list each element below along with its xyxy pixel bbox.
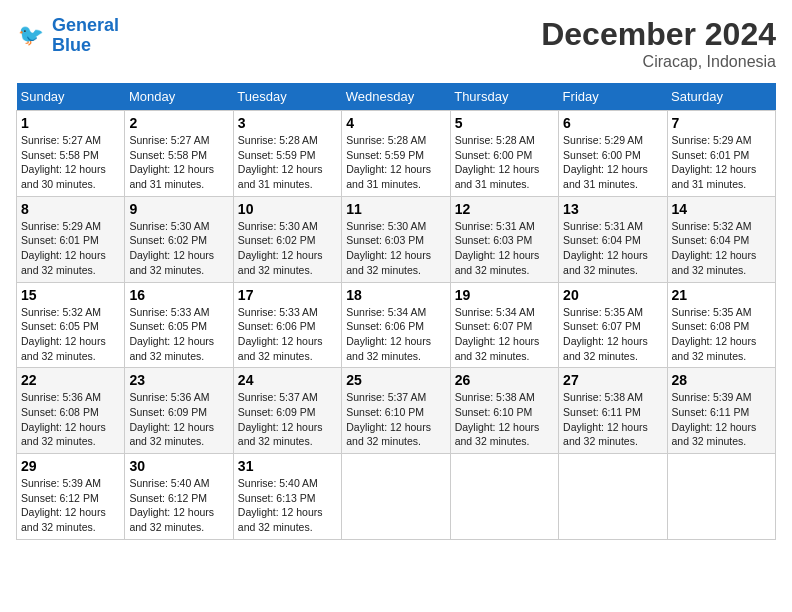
day-info: Sunrise: 5:27 AMSunset: 5:58 PMDaylight:…: [129, 133, 228, 192]
day-info: Sunrise: 5:39 AMSunset: 6:11 PMDaylight:…: [672, 390, 771, 449]
day-info: Sunrise: 5:32 AMSunset: 6:05 PMDaylight:…: [21, 305, 120, 364]
day-number: 5: [455, 115, 554, 131]
day-info: Sunrise: 5:29 AMSunset: 6:01 PMDaylight:…: [672, 133, 771, 192]
col-saturday: Saturday: [667, 83, 775, 111]
day-cell-24: 24Sunrise: 5:37 AMSunset: 6:09 PMDayligh…: [233, 368, 341, 454]
calendar-week-5: 29Sunrise: 5:39 AMSunset: 6:12 PMDayligh…: [17, 454, 776, 540]
day-number: 7: [672, 115, 771, 131]
day-info: Sunrise: 5:40 AMSunset: 6:12 PMDaylight:…: [129, 476, 228, 535]
empty-cell: [450, 454, 558, 540]
day-number: 1: [21, 115, 120, 131]
day-cell-14: 14Sunrise: 5:32 AMSunset: 6:04 PMDayligh…: [667, 196, 775, 282]
day-cell-4: 4Sunrise: 5:28 AMSunset: 5:59 PMDaylight…: [342, 111, 450, 197]
day-number: 10: [238, 201, 337, 217]
logo: 🐦 General Blue: [16, 16, 119, 56]
page-header: 🐦 General Blue December 2024 Ciracap, In…: [16, 16, 776, 71]
day-number: 30: [129, 458, 228, 474]
logo-text: General Blue: [52, 16, 119, 56]
calendar-week-4: 22Sunrise: 5:36 AMSunset: 6:08 PMDayligh…: [17, 368, 776, 454]
day-info: Sunrise: 5:28 AMSunset: 5:59 PMDaylight:…: [346, 133, 445, 192]
day-info: Sunrise: 5:31 AMSunset: 6:03 PMDaylight:…: [455, 219, 554, 278]
calendar-week-1: 1Sunrise: 5:27 AMSunset: 5:58 PMDaylight…: [17, 111, 776, 197]
day-number: 31: [238, 458, 337, 474]
day-info: Sunrise: 5:40 AMSunset: 6:13 PMDaylight:…: [238, 476, 337, 535]
empty-cell: [667, 454, 775, 540]
day-cell-25: 25Sunrise: 5:37 AMSunset: 6:10 PMDayligh…: [342, 368, 450, 454]
day-cell-18: 18Sunrise: 5:34 AMSunset: 6:06 PMDayligh…: [342, 282, 450, 368]
col-sunday: Sunday: [17, 83, 125, 111]
calendar-week-2: 8Sunrise: 5:29 AMSunset: 6:01 PMDaylight…: [17, 196, 776, 282]
day-cell-19: 19Sunrise: 5:34 AMSunset: 6:07 PMDayligh…: [450, 282, 558, 368]
page-subtitle: Ciracap, Indonesia: [541, 53, 776, 71]
day-cell-26: 26Sunrise: 5:38 AMSunset: 6:10 PMDayligh…: [450, 368, 558, 454]
page-title: December 2024: [541, 16, 776, 53]
day-cell-31: 31Sunrise: 5:40 AMSunset: 6:13 PMDayligh…: [233, 454, 341, 540]
day-number: 29: [21, 458, 120, 474]
day-cell-10: 10Sunrise: 5:30 AMSunset: 6:02 PMDayligh…: [233, 196, 341, 282]
day-number: 8: [21, 201, 120, 217]
day-number: 11: [346, 201, 445, 217]
day-number: 14: [672, 201, 771, 217]
day-info: Sunrise: 5:36 AMSunset: 6:09 PMDaylight:…: [129, 390, 228, 449]
day-cell-22: 22Sunrise: 5:36 AMSunset: 6:08 PMDayligh…: [17, 368, 125, 454]
header-row: Sunday Monday Tuesday Wednesday Thursday…: [17, 83, 776, 111]
day-number: 21: [672, 287, 771, 303]
day-number: 19: [455, 287, 554, 303]
day-cell-29: 29Sunrise: 5:39 AMSunset: 6:12 PMDayligh…: [17, 454, 125, 540]
day-number: 17: [238, 287, 337, 303]
day-cell-9: 9Sunrise: 5:30 AMSunset: 6:02 PMDaylight…: [125, 196, 233, 282]
day-info: Sunrise: 5:37 AMSunset: 6:10 PMDaylight:…: [346, 390, 445, 449]
day-info: Sunrise: 5:30 AMSunset: 6:02 PMDaylight:…: [129, 219, 228, 278]
day-number: 23: [129, 372, 228, 388]
day-info: Sunrise: 5:36 AMSunset: 6:08 PMDaylight:…: [21, 390, 120, 449]
day-info: Sunrise: 5:32 AMSunset: 6:04 PMDaylight:…: [672, 219, 771, 278]
day-info: Sunrise: 5:35 AMSunset: 6:07 PMDaylight:…: [563, 305, 662, 364]
col-tuesday: Tuesday: [233, 83, 341, 111]
col-monday: Monday: [125, 83, 233, 111]
day-cell-2: 2Sunrise: 5:27 AMSunset: 5:58 PMDaylight…: [125, 111, 233, 197]
day-cell-7: 7Sunrise: 5:29 AMSunset: 6:01 PMDaylight…: [667, 111, 775, 197]
col-friday: Friday: [559, 83, 667, 111]
day-cell-12: 12Sunrise: 5:31 AMSunset: 6:03 PMDayligh…: [450, 196, 558, 282]
day-number: 27: [563, 372, 662, 388]
day-number: 9: [129, 201, 228, 217]
day-cell-15: 15Sunrise: 5:32 AMSunset: 6:05 PMDayligh…: [17, 282, 125, 368]
day-cell-17: 17Sunrise: 5:33 AMSunset: 6:06 PMDayligh…: [233, 282, 341, 368]
day-cell-23: 23Sunrise: 5:36 AMSunset: 6:09 PMDayligh…: [125, 368, 233, 454]
day-info: Sunrise: 5:28 AMSunset: 6:00 PMDaylight:…: [455, 133, 554, 192]
day-info: Sunrise: 5:31 AMSunset: 6:04 PMDaylight:…: [563, 219, 662, 278]
day-info: Sunrise: 5:34 AMSunset: 6:06 PMDaylight:…: [346, 305, 445, 364]
day-cell-5: 5Sunrise: 5:28 AMSunset: 6:00 PMDaylight…: [450, 111, 558, 197]
day-cell-21: 21Sunrise: 5:35 AMSunset: 6:08 PMDayligh…: [667, 282, 775, 368]
col-thursday: Thursday: [450, 83, 558, 111]
day-number: 2: [129, 115, 228, 131]
day-number: 18: [346, 287, 445, 303]
day-cell-6: 6Sunrise: 5:29 AMSunset: 6:00 PMDaylight…: [559, 111, 667, 197]
day-info: Sunrise: 5:34 AMSunset: 6:07 PMDaylight:…: [455, 305, 554, 364]
day-info: Sunrise: 5:37 AMSunset: 6:09 PMDaylight:…: [238, 390, 337, 449]
day-number: 26: [455, 372, 554, 388]
calendar-week-3: 15Sunrise: 5:32 AMSunset: 6:05 PMDayligh…: [17, 282, 776, 368]
calendar-table: Sunday Monday Tuesday Wednesday Thursday…: [16, 83, 776, 540]
day-number: 3: [238, 115, 337, 131]
day-info: Sunrise: 5:35 AMSunset: 6:08 PMDaylight:…: [672, 305, 771, 364]
svg-text:🐦: 🐦: [18, 22, 44, 48]
day-info: Sunrise: 5:38 AMSunset: 6:11 PMDaylight:…: [563, 390, 662, 449]
day-number: 16: [129, 287, 228, 303]
day-cell-27: 27Sunrise: 5:38 AMSunset: 6:11 PMDayligh…: [559, 368, 667, 454]
day-info: Sunrise: 5:27 AMSunset: 5:58 PMDaylight:…: [21, 133, 120, 192]
day-number: 13: [563, 201, 662, 217]
day-number: 25: [346, 372, 445, 388]
day-number: 6: [563, 115, 662, 131]
day-cell-11: 11Sunrise: 5:30 AMSunset: 6:03 PMDayligh…: [342, 196, 450, 282]
day-info: Sunrise: 5:30 AMSunset: 6:02 PMDaylight:…: [238, 219, 337, 278]
day-info: Sunrise: 5:30 AMSunset: 6:03 PMDaylight:…: [346, 219, 445, 278]
day-number: 22: [21, 372, 120, 388]
day-number: 28: [672, 372, 771, 388]
day-number: 12: [455, 201, 554, 217]
empty-cell: [342, 454, 450, 540]
day-number: 24: [238, 372, 337, 388]
day-number: 15: [21, 287, 120, 303]
day-cell-1: 1Sunrise: 5:27 AMSunset: 5:58 PMDaylight…: [17, 111, 125, 197]
logo-icon: 🐦: [16, 20, 48, 52]
